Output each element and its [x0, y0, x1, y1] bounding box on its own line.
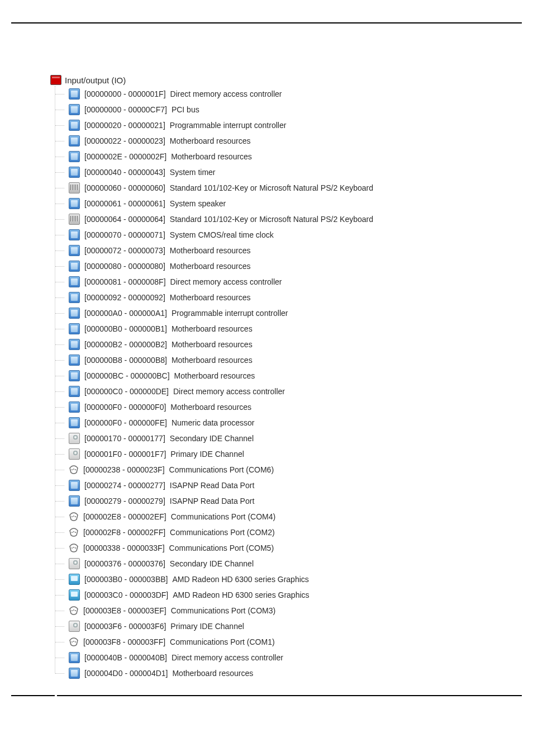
io-range: [000003E8 - 000003EF] — [83, 606, 166, 615]
system-device-icon — [69, 308, 80, 319]
resource-item[interactable]: [000004D0 - 000004D1]Motherboard resourc… — [55, 665, 522, 681]
resource-item[interactable]: [000000B2 - 000000B2]Motherboard resourc… — [55, 337, 522, 352]
resource-item[interactable]: [00000238 - 0000023F]Communications Port… — [55, 462, 522, 478]
io-range: [00000279 - 00000279] — [84, 497, 165, 505]
resource-item[interactable]: [00000000 - 0000001F]Direct memory acces… — [55, 86, 522, 102]
system-device-icon — [69, 323, 80, 334]
system-device-icon — [69, 167, 80, 178]
resource-item[interactable]: [000001F0 - 000001F7]Primary IDE Channel — [55, 446, 522, 462]
device-name: Direct memory access controller — [172, 653, 283, 662]
svg-point-10 — [73, 547, 74, 548]
resource-item[interactable]: [00000000 - 00000CF7]PCI bus — [55, 102, 522, 117]
io-range: [00000274 - 00000277] — [84, 481, 165, 490]
io-range: [000000C0 - 000000DE] — [84, 387, 169, 396]
resource-item[interactable]: [000000B8 - 000000B8]Motherboard resourc… — [55, 352, 522, 368]
device-name: System CMOS/real time clock — [170, 230, 274, 239]
resource-item[interactable]: [00000170 - 00000177]Secondary IDE Chann… — [55, 431, 522, 446]
device-name: Primary IDE Channel — [170, 622, 244, 631]
device-name: System timer — [170, 168, 216, 177]
tree-root-io[interactable]: Input/output (IO) — [50, 74, 522, 86]
io-range: [000000A0 - 000000A1] — [84, 309, 167, 318]
resource-item[interactable]: [00000274 - 00000277]ISAPNP Read Data Po… — [55, 478, 522, 493]
system-device-icon — [69, 151, 80, 162]
serial-port-icon — [69, 543, 79, 553]
display-adapter-icon — [69, 589, 80, 601]
system-device-icon — [69, 292, 80, 303]
device-resource-tree: Input/output (IO) [00000000 - 0000001F]D… — [11, 22, 522, 681]
resource-item[interactable]: [000002E8 - 000002EF]Communications Port… — [55, 509, 522, 525]
resource-item[interactable]: [0000002E - 0000002F]Motherboard resourc… — [55, 149, 522, 164]
resource-item[interactable]: [00000060 - 00000060]Standard 101/102-Ke… — [55, 180, 522, 196]
system-device-icon — [69, 339, 80, 350]
device-name: Communications Port (COM6) — [169, 465, 274, 474]
io-range: [00000092 - 00000092] — [84, 293, 165, 302]
svg-point-6 — [72, 532, 73, 533]
device-name: System speaker — [170, 199, 226, 208]
resource-item[interactable]: [00000040 - 00000043]System timer — [55, 164, 522, 180]
system-device-icon — [69, 386, 80, 397]
resource-item[interactable]: [000000B0 - 000000B1]Motherboard resourc… — [55, 321, 522, 337]
device-name: Motherboard resources — [171, 152, 252, 161]
device-name: Communications Port (COM5) — [169, 544, 274, 552]
io-range: [00000000 - 0000001F] — [84, 89, 166, 98]
resource-item[interactable]: [00000080 - 00000080]Motherboard resourc… — [55, 258, 522, 274]
resource-item[interactable]: [000003F6 - 000003F6]Primary IDE Channel — [55, 618, 522, 634]
io-range: [0000040B - 0000040B] — [84, 653, 167, 662]
resource-item[interactable]: [000003E8 - 000003EF]Communications Port… — [55, 603, 522, 618]
system-device-icon — [69, 652, 80, 663]
svg-point-15 — [72, 641, 73, 642]
resource-item[interactable]: [00000072 - 00000073]Motherboard resourc… — [55, 243, 522, 258]
svg-point-13 — [73, 609, 74, 611]
io-range: [000001F0 - 000001F7] — [84, 450, 166, 459]
device-name: Communications Port (COM1) — [170, 637, 275, 646]
resource-item[interactable]: [000000A0 - 000000A1]Programmable interr… — [55, 305, 522, 321]
device-name: PCI bus — [172, 105, 199, 114]
ide-channel-icon — [69, 558, 80, 569]
device-name: Motherboard resources — [172, 356, 253, 365]
svg-point-7 — [73, 531, 74, 532]
io-range: [00000000 - 00000CF7] — [84, 105, 167, 114]
device-name: Communications Port (COM3) — [171, 606, 276, 615]
resource-item[interactable]: [000003F8 - 000003FF]Communications Port… — [55, 634, 522, 650]
resource-item[interactable]: [0000040B - 0000040B]Direct memory acces… — [55, 650, 522, 665]
device-name: ISAPNP Read Data Port — [170, 481, 254, 490]
device-name: AMD Radeon HD 6300 series Graphics — [173, 590, 309, 599]
tree-children: [00000000 - 0000001F]Direct memory acces… — [55, 86, 522, 681]
io-range: [00000060 - 00000060] — [84, 183, 165, 192]
resource-item[interactable]: [00000092 - 00000092]Motherboard resourc… — [55, 290, 522, 305]
svg-point-0 — [72, 469, 73, 470]
system-device-icon — [69, 198, 80, 209]
resource-item[interactable]: [000000F0 - 000000F0]Motherboard resourc… — [55, 399, 522, 415]
device-name: Secondary IDE Channel — [170, 559, 254, 568]
system-device-icon — [69, 104, 80, 115]
io-range: [00000080 - 00000080] — [84, 262, 165, 271]
resource-item[interactable]: [00000064 - 00000064]Standard 101/102-Ke… — [55, 211, 522, 227]
device-name: Motherboard resources — [170, 403, 251, 412]
device-name: Motherboard resources — [172, 669, 253, 678]
resource-item[interactable]: [000000BC - 000000BC]Motherboard resourc… — [55, 368, 522, 384]
page-bottom-rule — [11, 695, 522, 696]
io-range: [000000F0 - 000000F0] — [84, 403, 166, 412]
resource-item[interactable]: [000000F0 - 000000FE]Numeric data proces… — [55, 415, 522, 431]
device-name: ISAPNP Read Data Port — [170, 497, 254, 505]
resource-item[interactable]: [000003C0 - 000003DF]AMD Radeon HD 6300 … — [55, 587, 522, 603]
resource-item[interactable]: [00000279 - 00000279]ISAPNP Read Data Po… — [55, 493, 522, 509]
resource-item[interactable]: [00000070 - 00000071]System CMOS/real ti… — [55, 227, 522, 243]
resource-item[interactable]: [00000376 - 00000376]Secondary IDE Chann… — [55, 556, 522, 571]
device-name: Direct memory access controller — [170, 89, 282, 98]
resource-item[interactable]: [000000C0 - 000000DE]Direct memory acces… — [55, 384, 522, 399]
resource-item[interactable]: [00000338 - 0000033F]Communications Port… — [55, 540, 522, 556]
resource-item[interactable]: [000002F8 - 000002FF]Communications Port… — [55, 525, 522, 540]
system-device-icon — [69, 120, 80, 131]
system-device-icon — [69, 668, 80, 679]
resource-item[interactable]: [00000022 - 00000023]Motherboard resourc… — [55, 133, 522, 149]
resource-item[interactable]: [00000061 - 00000061]System speaker — [55, 196, 522, 211]
resource-item[interactable]: [000003B0 - 000003BB]AMD Radeon HD 6300 … — [55, 571, 522, 587]
svg-point-5 — [75, 516, 76, 517]
ide-channel-icon — [69, 448, 80, 460]
display-adapter-icon — [69, 574, 80, 585]
io-range: [0000002E - 0000002F] — [84, 152, 166, 161]
resource-item[interactable]: [00000020 - 00000021]Programmable interr… — [55, 117, 522, 133]
resource-item[interactable]: [00000081 - 0000008F]Direct memory acces… — [55, 274, 522, 290]
system-device-icon — [69, 229, 80, 240]
